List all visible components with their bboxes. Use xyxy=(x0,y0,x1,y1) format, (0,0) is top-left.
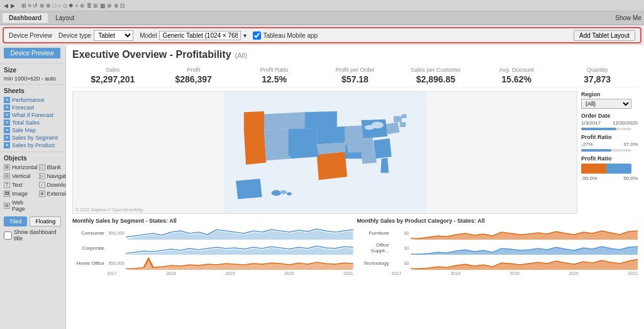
profit-ratio-slider-track xyxy=(581,149,611,152)
kpi-sales: Sales $2,297,201 xyxy=(72,67,153,84)
consumer-label: Consumer xyxy=(72,230,107,236)
date-end: 12/30/2020 xyxy=(613,120,638,126)
map-filter-row: © 2022 Mapbox © OpenStreetMap Region (Al… xyxy=(72,91,638,214)
profit-ratio-filter-label: Profit Ratio xyxy=(581,134,638,140)
back-btn[interactable]: ◀ xyxy=(4,3,8,9)
svg-marker-20 xyxy=(361,120,387,138)
add-tablet-layout-button[interactable]: Add Tablet Layout xyxy=(574,30,635,41)
kpi-profit-per-order-label: Profit per Order xyxy=(314,67,395,73)
device-type-select[interactable]: Tablet Phone Desktop xyxy=(94,30,133,41)
show-title-checkbox[interactable] xyxy=(4,231,12,240)
profit-ratio-slider[interactable] xyxy=(581,149,631,152)
mobile-app-checkbox[interactable] xyxy=(253,31,261,40)
webpage-icon: ⊞ xyxy=(4,203,10,209)
sheet-icon: ≡ xyxy=(4,142,10,148)
date-start: 1/3/2017 xyxy=(581,120,601,126)
model-input[interactable] xyxy=(159,31,241,40)
device-type-item: Device type Tablet Phone Desktop xyxy=(58,30,133,41)
profit-legend-min: -50.0% xyxy=(581,176,597,181)
device-preview-button[interactable]: Device Preview xyxy=(4,48,60,59)
monthly-segment-chart: Monthly Sales by Segment - States: All C… xyxy=(72,218,353,276)
date-slider[interactable] xyxy=(581,128,631,130)
technology-sparkline-row: Technology $0 xyxy=(357,256,638,270)
show-title-section: Show dashboard title xyxy=(4,229,62,242)
filter-panel: Region (All) East West Central South Ord… xyxy=(581,91,638,214)
kpi-profit-value: $286,397 xyxy=(153,74,233,84)
show-title-label: Show dashboard title xyxy=(14,229,62,242)
tab-layout[interactable]: Layout xyxy=(49,13,80,23)
kpi-avg-discount: Avg. Discount 15.62% xyxy=(476,67,557,84)
tiled-float-buttons: Tiled Floating xyxy=(4,216,62,226)
svg-marker-17 xyxy=(289,128,317,156)
sheet-sales-by-product[interactable]: ≡ Sales by Product xyxy=(4,142,62,149)
kpi-profit: Profit $286,397 xyxy=(153,67,233,84)
product-x-axis: 2017 2018 2019 2020 2021 xyxy=(357,271,638,276)
furniture-scale: $0 xyxy=(392,231,411,235)
kpi-quantity-label: Quantity xyxy=(557,67,638,73)
model-arrow[interactable]: ▾ xyxy=(243,32,247,39)
device-preview-label: Device Preview xyxy=(9,32,52,39)
product-chart-title: Monthly Sales by Product Category - Stat… xyxy=(357,218,638,224)
size-title: Size xyxy=(4,67,62,74)
forward-btn[interactable]: ▶ xyxy=(11,3,15,9)
sheet-what-if-forecast[interactable]: ≡ What If Forecast xyxy=(4,111,62,119)
obj-label: Horizontal xyxy=(12,164,38,170)
year-2021-prod: 2021 xyxy=(628,271,638,276)
kpi-profit-ratio-label: Profit Ratio xyxy=(234,67,314,73)
svg-marker-15 xyxy=(244,130,266,165)
svg-marker-22 xyxy=(361,152,376,164)
region-filter: Region (All) East West Central South xyxy=(581,91,638,109)
profit-legend-max: 50.0% xyxy=(623,176,638,181)
year-2020-prod: 2020 xyxy=(569,271,579,276)
svg-point-27 xyxy=(280,190,287,194)
kpi-sales-label: Sales xyxy=(72,67,153,73)
year-2020: 2020 xyxy=(284,271,294,276)
region-filter-label: Region xyxy=(581,91,638,98)
navigation-icon: ▷ xyxy=(39,173,45,179)
segment-chart-title: Monthly Sales by Segment - States: All xyxy=(72,218,353,224)
sheet-sale-map[interactable]: ≡ Sale Map xyxy=(4,126,62,134)
download-icon: ↓ xyxy=(39,182,45,188)
sheet-total-sales[interactable]: ≡ Total Sales xyxy=(4,119,62,126)
kpi-profit-per-order-value: $57.18 xyxy=(314,74,395,84)
dashboard-subtitle: (All) xyxy=(235,52,248,59)
extension-icon: ⊕ xyxy=(39,191,45,197)
svg-rect-3 xyxy=(402,114,407,118)
profit-ratio-legend-label: Profit Ratio xyxy=(581,155,638,162)
svg-marker-13 xyxy=(304,111,336,128)
obj-image[interactable]: 🖼 Image xyxy=(4,190,38,198)
svg-marker-32 xyxy=(411,231,638,240)
floating-button[interactable]: Floating xyxy=(30,216,61,226)
tab-dashboard[interactable]: Dashboard xyxy=(3,13,48,23)
sheets-section: Sheets ≡ Performance ≡ Forecast ≡ What I… xyxy=(0,85,65,152)
sheet-forecast[interactable]: ≡ Forecast xyxy=(4,104,62,111)
tab-bar: Dashboard Layout Show Me xyxy=(0,11,644,25)
sheet-performance[interactable]: ≡ Performance xyxy=(4,96,62,104)
profit-legend-labels: -50.0% 50.0% xyxy=(581,176,638,181)
kpi-profit-ratio-value: 12.5% xyxy=(234,74,314,84)
svg-marker-25 xyxy=(236,179,262,199)
svg-marker-16 xyxy=(264,129,291,160)
furniture-label: Furniture xyxy=(357,230,392,236)
obj-text[interactable]: T Text xyxy=(4,181,38,189)
mobile-app-label: Tableau Mobile app xyxy=(263,32,318,39)
obj-webpage[interactable]: ⊞ Web Page xyxy=(4,199,38,213)
svg-point-28 xyxy=(287,192,292,196)
monthly-product-chart: Monthly Sales by Product Category - Stat… xyxy=(357,218,638,276)
obj-horizontal[interactable]: ⊞ Horizontal xyxy=(4,164,38,171)
sheet-sales-by-segment[interactable]: ≡ Sales by Segment xyxy=(4,134,62,142)
svg-marker-5 xyxy=(374,138,392,159)
kpi-profit-ratio: Profit Ratio 12.5% xyxy=(234,67,314,84)
date-slider-track xyxy=(581,128,616,130)
device-preview-item: Device Preview xyxy=(9,32,52,39)
map-container[interactable]: © 2022 Mapbox © OpenStreetMap xyxy=(72,91,577,214)
obj-label: Web Page xyxy=(12,199,38,212)
office-supplies-label: Office Suppli... xyxy=(357,242,392,254)
show-me-button[interactable]: Show Me xyxy=(615,14,641,21)
tiled-button[interactable]: Tiled xyxy=(4,216,27,226)
obj-vertical[interactable]: ⊟ Vertical xyxy=(4,172,38,180)
profit-ratio-max: 37.0% xyxy=(623,142,638,147)
main-layout: Device Preview Size min 1000×620 - auto … xyxy=(0,45,644,329)
region-filter-select[interactable]: (All) East West Central South xyxy=(581,99,631,109)
date-range-display: 1/3/2017 12/30/2020 xyxy=(581,120,638,126)
